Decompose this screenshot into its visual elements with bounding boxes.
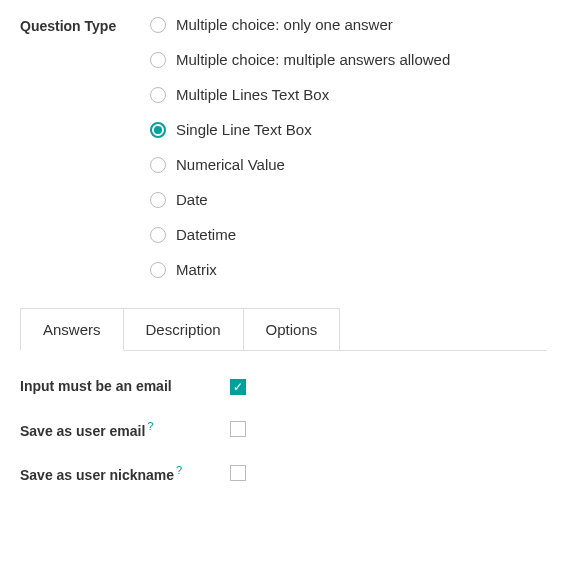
radio-multiple-choice-multiple[interactable]: Multiple choice: multiple answers allowe… bbox=[150, 51, 450, 68]
radio-icon bbox=[150, 192, 166, 208]
input-email-text: Input must be an email bbox=[20, 378, 172, 394]
tab-answers[interactable]: Answers bbox=[20, 308, 124, 351]
tab-options[interactable]: Options bbox=[243, 308, 341, 350]
save-email-checkbox[interactable] bbox=[230, 421, 246, 437]
help-icon[interactable]: ? bbox=[147, 420, 153, 432]
radio-multiple-choice-one[interactable]: Multiple choice: only one answer bbox=[150, 16, 450, 33]
radio-single-line-text[interactable]: Single Line Text Box bbox=[150, 121, 450, 138]
tabs: Answers Description Options bbox=[20, 308, 547, 350]
radio-label: Single Line Text Box bbox=[176, 121, 312, 138]
input-email-checkbox[interactable]: ✓ bbox=[230, 379, 246, 395]
save-email-text: Save as user email bbox=[20, 422, 145, 438]
radio-label: Date bbox=[176, 191, 208, 208]
save-nickname-label: Save as user nickname? bbox=[20, 463, 230, 485]
radio-icon-selected bbox=[150, 122, 166, 138]
tab-content-answers: Input must be an email ✓ Save as user em… bbox=[20, 351, 547, 485]
radio-icon bbox=[150, 227, 166, 243]
save-email-label: Save as user email? bbox=[20, 419, 230, 441]
save-email-row: Save as user email? bbox=[20, 419, 547, 441]
input-email-label: Input must be an email bbox=[20, 377, 230, 397]
tabs-container: Answers Description Options bbox=[20, 308, 547, 351]
radio-icon bbox=[150, 17, 166, 33]
radio-multiple-lines-text[interactable]: Multiple Lines Text Box bbox=[150, 86, 450, 103]
radio-label: Multiple choice: only one answer bbox=[176, 16, 393, 33]
check-icon: ✓ bbox=[233, 381, 243, 393]
question-type-label: Question Type bbox=[20, 16, 150, 34]
radio-date[interactable]: Date bbox=[150, 191, 450, 208]
radio-label: Matrix bbox=[176, 261, 217, 278]
input-email-row: Input must be an email ✓ bbox=[20, 377, 547, 397]
radio-numerical-value[interactable]: Numerical Value bbox=[150, 156, 450, 173]
radio-icon bbox=[150, 87, 166, 103]
radio-label: Multiple Lines Text Box bbox=[176, 86, 329, 103]
save-nickname-text: Save as user nickname bbox=[20, 467, 174, 483]
radio-icon bbox=[150, 157, 166, 173]
radio-icon bbox=[150, 52, 166, 68]
tab-description[interactable]: Description bbox=[123, 308, 244, 350]
radio-label: Numerical Value bbox=[176, 156, 285, 173]
question-type-radio-group: Multiple choice: only one answer Multipl… bbox=[150, 16, 450, 278]
help-icon[interactable]: ? bbox=[176, 464, 182, 476]
radio-label: Multiple choice: multiple answers allowe… bbox=[176, 51, 450, 68]
question-type-row: Question Type Multiple choice: only one … bbox=[20, 16, 547, 278]
save-nickname-checkbox[interactable] bbox=[230, 465, 246, 481]
save-nickname-row: Save as user nickname? bbox=[20, 463, 547, 485]
radio-datetime[interactable]: Datetime bbox=[150, 226, 450, 243]
radio-icon bbox=[150, 262, 166, 278]
radio-label: Datetime bbox=[176, 226, 236, 243]
radio-matrix[interactable]: Matrix bbox=[150, 261, 450, 278]
